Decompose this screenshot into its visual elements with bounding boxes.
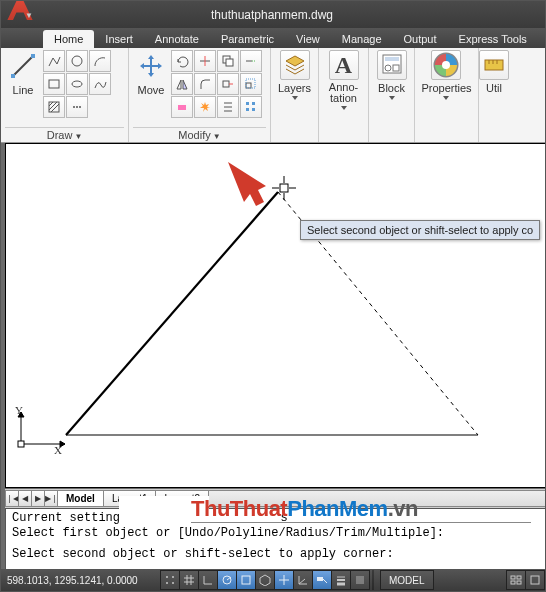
status-ducs-button[interactable] (293, 570, 313, 590)
tab-express-tools[interactable]: Express Tools (448, 30, 538, 48)
status-lwt-button[interactable] (331, 570, 351, 590)
svg-line-0 (13, 56, 33, 76)
svg-rect-19 (223, 81, 229, 87)
draw-more-icon (70, 100, 84, 114)
offset-button[interactable] (217, 96, 239, 118)
svg-rect-28 (385, 57, 399, 61)
quickview-icon (510, 574, 522, 586)
sheet-nav-first[interactable]: ❘◀ (5, 490, 19, 507)
line-button[interactable]: Line (5, 50, 41, 96)
svg-line-8 (49, 102, 57, 110)
line-icon (7, 50, 39, 82)
explode-button[interactable] (194, 96, 216, 118)
rectangle-icon (47, 77, 61, 91)
draw-more-button[interactable] (66, 96, 88, 118)
hscroll-bar[interactable] (208, 490, 546, 507)
svg-rect-67 (531, 576, 539, 584)
svg-line-38 (66, 192, 278, 435)
line-label: Line (13, 84, 34, 96)
ellipse-button[interactable] (66, 73, 88, 95)
sheet-tab-model[interactable]: Model (57, 490, 104, 507)
svg-rect-63 (511, 576, 515, 579)
panel-utilities: Util . (479, 48, 509, 142)
status-coordinates[interactable]: 598.1013, 1295.1241, 0.0000 (1, 575, 161, 586)
status-otrack-button[interactable] (274, 570, 294, 590)
osnap3d-icon (259, 574, 271, 586)
app-menu-caret-icon: ▼ (25, 11, 33, 20)
status-polar-button[interactable] (217, 570, 237, 590)
utilities-button[interactable]: Util (477, 50, 511, 94)
status-osnap-button[interactable] (236, 570, 256, 590)
move-button[interactable]: Move (133, 50, 169, 96)
svg-point-48 (166, 576, 168, 578)
properties-button[interactable]: Properties (419, 50, 473, 100)
command-input[interactable] (394, 548, 539, 562)
annotation-button[interactable]: A Anno- tation (327, 50, 361, 110)
spline-button[interactable] (89, 73, 111, 95)
caret-down-icon (292, 96, 298, 100)
polar-icon (221, 574, 233, 586)
mirror-button[interactable] (171, 73, 193, 95)
tab-parametric[interactable]: Parametric (210, 30, 285, 48)
status-3dosnap-button[interactable] (255, 570, 275, 590)
svg-point-32 (442, 61, 450, 69)
sheet-nav-next[interactable]: ▶ (31, 490, 45, 507)
svg-rect-43 (280, 184, 288, 192)
draw-empty-slot (89, 96, 111, 118)
arc-icon (93, 54, 107, 68)
tab-manage[interactable]: Manage (331, 30, 393, 48)
move-icon (135, 50, 167, 82)
ribbon: Line Draw▼ Move (1, 48, 545, 143)
trim-button[interactable] (194, 50, 216, 72)
caret-down-icon (443, 96, 449, 100)
copy-button[interactable] (217, 50, 239, 72)
status-quickview-button[interactable] (506, 570, 526, 590)
array-button[interactable] (240, 96, 262, 118)
svg-line-7 (49, 102, 53, 106)
block-button[interactable]: Block (375, 50, 409, 100)
command-window[interactable]: Current settings: Modes Select first obj… (5, 508, 545, 570)
status-dyn-button[interactable] (312, 570, 332, 590)
sheet-nav-last[interactable]: ▶❘ (44, 490, 58, 507)
tab-annotate[interactable]: Annotate (144, 30, 210, 48)
svg-point-50 (166, 582, 168, 584)
status-snapgrid-button[interactable] (160, 570, 180, 590)
status-transparency-button[interactable] (350, 570, 370, 590)
tab-home[interactable]: Home (43, 30, 94, 48)
circle-button[interactable] (66, 50, 88, 72)
fillet-icon (198, 77, 212, 91)
tab-insert[interactable]: Insert (94, 30, 144, 48)
stretch-button[interactable] (217, 73, 239, 95)
svg-point-49 (172, 576, 174, 578)
fillet-button[interactable] (194, 73, 216, 95)
layers-button[interactable]: Layers (276, 50, 313, 100)
polyline-button[interactable] (43, 50, 65, 72)
ribbon-tabs: Home Insert Annotate Parametric View Man… (1, 28, 545, 48)
erase-button[interactable] (171, 96, 193, 118)
panel-modify-title[interactable]: Modify▼ (133, 127, 266, 142)
caret-down-icon: ▼ (74, 132, 82, 141)
svg-point-12 (79, 106, 81, 108)
tab-view[interactable]: View (285, 30, 331, 48)
arc-button[interactable] (89, 50, 111, 72)
status-model-button[interactable]: MODEL (380, 570, 434, 590)
svg-rect-16 (226, 59, 233, 66)
scale-button[interactable] (240, 73, 262, 95)
tab-output[interactable]: Output (393, 30, 448, 48)
status-bar: 598.1013, 1295.1241, 0.0000 MODEL (1, 569, 545, 591)
rotate-button[interactable] (171, 50, 193, 72)
watermark-bg (119, 496, 209, 522)
annotation-label: Anno- tation (329, 82, 358, 104)
sheet-nav-prev[interactable]: ◀ (18, 490, 32, 507)
extend-button[interactable] (240, 50, 262, 72)
status-grid-button[interactable] (179, 570, 199, 590)
status-layouts-button[interactable] (525, 570, 545, 590)
status-ortho-button[interactable] (198, 570, 218, 590)
rectangle-button[interactable] (43, 73, 65, 95)
ducs-icon (297, 574, 309, 586)
transparency-icon (354, 574, 366, 586)
panel-draw-title[interactable]: Draw▼ (5, 127, 124, 142)
hatch-button[interactable] (43, 96, 65, 118)
svg-rect-62 (356, 576, 364, 584)
drawing-canvas[interactable]: Y X Select second object or shift-select… (5, 143, 545, 488)
